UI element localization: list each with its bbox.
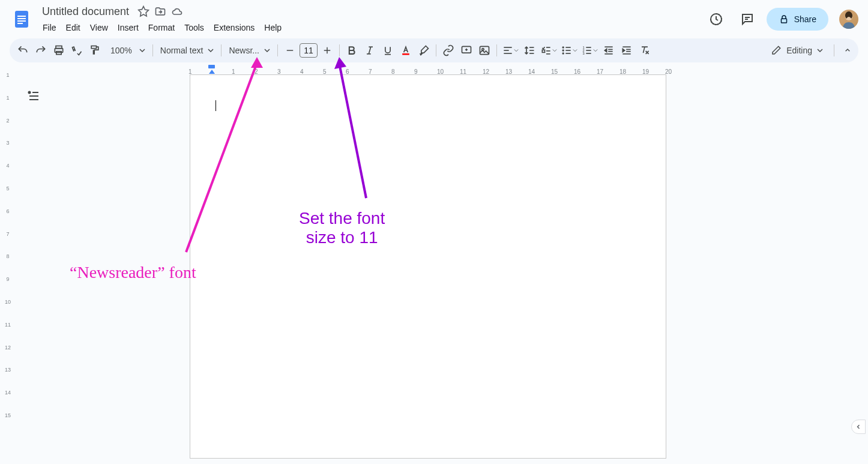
separator	[152, 44, 153, 56]
text-cursor	[215, 100, 216, 111]
header-right: Share	[704, 7, 858, 31]
chevron-down-icon	[264, 47, 270, 53]
line-spacing-button[interactable]	[521, 42, 538, 59]
font-size-input[interactable]	[300, 43, 318, 58]
paint-format-button[interactable]	[86, 42, 103, 59]
document-title[interactable]: Untitled document	[38, 4, 133, 19]
share-label: Share	[794, 14, 816, 24]
highlight-button[interactable]	[415, 42, 432, 59]
title-area: Untitled document File Edit View Insert …	[38, 4, 704, 35]
docs-logo[interactable]	[10, 7, 34, 31]
menu-extensions[interactable]: Extensions	[209, 20, 259, 35]
svg-rect-32	[542, 50, 544, 52]
menu-edit[interactable]: Edit	[62, 20, 85, 35]
style-dropdown[interactable]: Normal text	[157, 42, 218, 59]
app-header: Untitled document File Edit View Insert …	[0, 0, 868, 34]
separator	[496, 44, 497, 56]
decrease-font-size-button[interactable]	[282, 42, 298, 59]
chevron-down-icon	[817, 47, 823, 53]
history-icon[interactable]	[704, 7, 728, 31]
svg-line-19	[369, 47, 370, 54]
document-page[interactable]	[190, 74, 666, 459]
svg-rect-39	[565, 50, 570, 51]
separator	[277, 44, 278, 56]
menu-view[interactable]: View	[86, 20, 112, 35]
outline-toggle-button[interactable]	[25, 88, 42, 104]
cloud-icon[interactable]	[171, 5, 183, 17]
editing-mode-button[interactable]: Editing	[764, 43, 830, 58]
increase-indent-button[interactable]	[618, 42, 635, 59]
svg-point-37	[562, 52, 564, 54]
star-icon[interactable]	[137, 5, 149, 17]
side-panel-toggle[interactable]	[851, 420, 866, 434]
toolbar: 100% Normal text Newsr... 123 Editing	[10, 38, 858, 62]
print-button[interactable]	[50, 42, 67, 59]
menu-bar: File Edit View Insert Format Tools Exten…	[38, 20, 704, 35]
numbered-list-button[interactable]: 123	[580, 42, 599, 59]
image-button[interactable]	[476, 42, 493, 59]
comment-button[interactable]	[458, 42, 475, 59]
svg-rect-1	[17, 16, 26, 17]
editing-label: Editing	[786, 46, 812, 55]
svg-rect-21	[402, 53, 409, 55]
link-button[interactable]	[440, 42, 457, 59]
bold-button[interactable]	[343, 42, 360, 59]
svg-rect-38	[565, 47, 570, 48]
italic-button[interactable]	[361, 42, 378, 59]
workspace: 1 1 2 3 4 5 6 7 8 9 10 11 12 13 14 15	[0, 62, 868, 464]
share-button[interactable]: Share	[767, 8, 828, 31]
svg-point-57	[29, 92, 31, 94]
spellcheck-button[interactable]	[68, 42, 85, 59]
separator	[436, 44, 436, 56]
svg-rect-8	[781, 19, 786, 23]
move-icon[interactable]	[154, 5, 166, 17]
menu-format[interactable]: Format	[144, 20, 179, 35]
document-area[interactable]	[16, 62, 868, 464]
svg-rect-3	[17, 20, 26, 22]
underline-button[interactable]	[379, 42, 396, 59]
chevron-down-icon	[139, 47, 145, 53]
svg-rect-4	[17, 23, 23, 24]
svg-point-36	[562, 49, 564, 51]
lock-icon	[779, 14, 789, 25]
text-color-button[interactable]	[397, 42, 414, 59]
align-button[interactable]	[501, 42, 520, 59]
menu-tools[interactable]: Tools	[180, 20, 208, 35]
decrease-indent-button[interactable]	[600, 42, 617, 59]
menu-insert[interactable]: Insert	[113, 20, 143, 35]
style-value: Normal text	[160, 46, 203, 55]
vertical-ruler[interactable]: 1 1 2 3 4 5 6 7 8 9 10 11 12 13 14 15	[0, 62, 16, 464]
collapse-toolbar-button[interactable]	[842, 44, 854, 56]
bullet-list-button[interactable]	[559, 42, 579, 59]
increase-font-size-button[interactable]	[319, 42, 336, 59]
separator	[221, 44, 222, 56]
pencil-icon	[771, 45, 782, 56]
checklist-button[interactable]	[539, 42, 558, 59]
separator	[339, 44, 340, 56]
separator	[834, 44, 834, 56]
menu-file[interactable]: File	[38, 20, 61, 35]
chevron-down-icon	[208, 47, 214, 53]
zoom-dropdown[interactable]: 100%	[104, 42, 149, 59]
svg-rect-2	[17, 18, 26, 19]
svg-rect-13	[91, 46, 96, 49]
undo-button[interactable]	[14, 42, 31, 59]
user-avatar[interactable]	[839, 10, 858, 29]
redo-button[interactable]	[32, 42, 49, 59]
font-dropdown[interactable]: Newsr...	[225, 42, 274, 59]
clear-format-button[interactable]	[636, 42, 653, 59]
svg-point-35	[562, 46, 564, 48]
menu-help[interactable]: Help	[260, 20, 286, 35]
svg-text:3: 3	[582, 52, 584, 55]
svg-rect-40	[565, 53, 570, 54]
zoom-value: 100%	[108, 46, 134, 55]
font-value: Newsr...	[229, 46, 259, 55]
comments-icon[interactable]	[735, 7, 759, 31]
